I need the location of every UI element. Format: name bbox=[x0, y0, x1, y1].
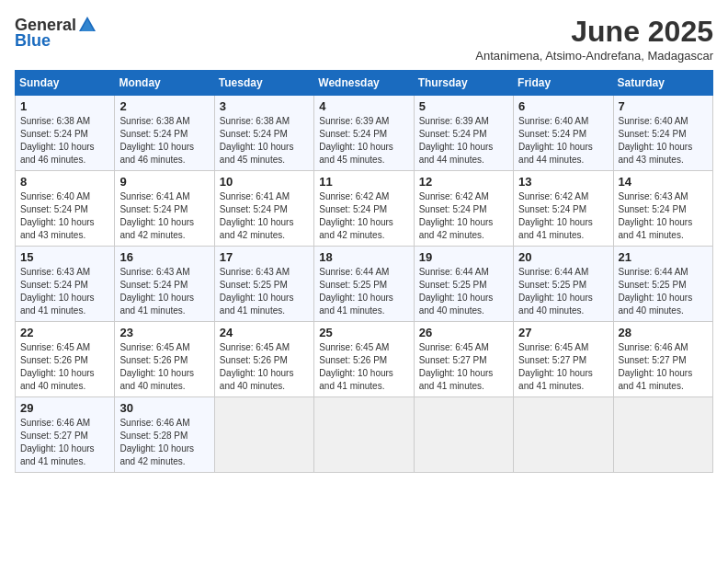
day-info: Sunrise: 6:39 AMSunset: 5:24 PMDaylight:… bbox=[419, 115, 508, 167]
day-info: Sunrise: 6:44 AMSunset: 5:25 PMDaylight:… bbox=[319, 266, 408, 317]
day-number: 3 bbox=[220, 99, 309, 113]
day-number: 28 bbox=[619, 326, 708, 339]
col-friday: Friday bbox=[514, 71, 613, 96]
day-number: 4 bbox=[319, 99, 408, 113]
day-number: 12 bbox=[419, 175, 508, 189]
calendar-cell: 10Sunrise: 6:41 AMSunset: 5:24 PMDayligh… bbox=[214, 171, 313, 247]
day-info: Sunrise: 6:44 AMSunset: 5:25 PMDaylight:… bbox=[619, 266, 708, 317]
day-number: 17 bbox=[220, 250, 309, 264]
logo-icon bbox=[77, 15, 97, 35]
day-info: Sunrise: 6:45 AMSunset: 5:26 PMDaylight:… bbox=[119, 341, 209, 393]
day-info: Sunrise: 6:41 AMSunset: 5:24 PMDaylight:… bbox=[220, 190, 309, 242]
calendar-cell: 2Sunrise: 6:38 AMSunset: 5:24 PMDaylight… bbox=[115, 96, 214, 171]
calendar-cell: 6Sunrise: 6:40 AMSunset: 5:24 PMDaylight… bbox=[514, 96, 613, 171]
calendar-cell: 17Sunrise: 6:43 AMSunset: 5:25 PMDayligh… bbox=[214, 247, 313, 322]
calendar-cell: 16Sunrise: 6:43 AMSunset: 5:24 PMDayligh… bbox=[115, 247, 214, 322]
calendar-cell: 8Sunrise: 6:40 AMSunset: 5:24 PMDaylight… bbox=[16, 171, 115, 247]
calendar-cell bbox=[514, 397, 613, 473]
day-info: Sunrise: 6:43 AMSunset: 5:24 PMDaylight:… bbox=[619, 190, 708, 242]
day-info: Sunrise: 6:43 AMSunset: 5:25 PMDaylight:… bbox=[220, 266, 309, 317]
day-info: Sunrise: 6:40 AMSunset: 5:24 PMDaylight:… bbox=[619, 115, 708, 167]
day-number: 13 bbox=[518, 175, 608, 189]
day-info: Sunrise: 6:41 AMSunset: 5:24 PMDaylight:… bbox=[119, 190, 209, 242]
day-info: Sunrise: 6:38 AMSunset: 5:24 PMDaylight:… bbox=[119, 115, 209, 167]
day-number: 24 bbox=[220, 326, 309, 339]
calendar-table: Sunday Monday Tuesday Wednesday Thursday… bbox=[15, 70, 713, 473]
day-info: Sunrise: 6:45 AMSunset: 5:26 PMDaylight:… bbox=[220, 341, 309, 393]
logo: General Blue bbox=[15, 15, 98, 51]
day-info: Sunrise: 6:45 AMSunset: 5:26 PMDaylight:… bbox=[319, 341, 408, 393]
day-info: Sunrise: 6:42 AMSunset: 5:24 PMDaylight:… bbox=[319, 190, 408, 242]
day-info: Sunrise: 6:46 AMSunset: 5:27 PMDaylight:… bbox=[20, 417, 109, 468]
day-info: Sunrise: 6:40 AMSunset: 5:24 PMDaylight:… bbox=[518, 115, 608, 167]
calendar-cell: 29Sunrise: 6:46 AMSunset: 5:27 PMDayligh… bbox=[16, 397, 115, 473]
calendar-cell: 3Sunrise: 6:38 AMSunset: 5:24 PMDaylight… bbox=[214, 96, 313, 171]
day-info: Sunrise: 6:45 AMSunset: 5:27 PMDaylight:… bbox=[419, 341, 508, 393]
day-number: 18 bbox=[319, 250, 408, 264]
calendar-cell: 24Sunrise: 6:45 AMSunset: 5:26 PMDayligh… bbox=[214, 322, 313, 397]
calendar-cell bbox=[414, 397, 513, 473]
calendar-cell: 23Sunrise: 6:45 AMSunset: 5:26 PMDayligh… bbox=[115, 322, 214, 397]
subtitle: Antanimena, Atsimo-Andrefana, Madagascar bbox=[475, 49, 713, 63]
logo-blue-text: Blue bbox=[15, 31, 51, 51]
col-tuesday: Tuesday bbox=[214, 71, 313, 96]
day-number: 14 bbox=[619, 175, 708, 189]
calendar-cell: 9Sunrise: 6:41 AMSunset: 5:24 PMDaylight… bbox=[115, 171, 214, 247]
col-sunday: Sunday bbox=[16, 71, 115, 96]
day-number: 21 bbox=[619, 250, 708, 264]
day-number: 6 bbox=[518, 99, 608, 113]
day-number: 30 bbox=[119, 401, 209, 415]
calendar-cell bbox=[613, 397, 712, 473]
page-header: General Blue June 2025 Antanimena, Atsim… bbox=[15, 15, 713, 63]
day-info: Sunrise: 6:46 AMSunset: 5:28 PMDaylight:… bbox=[119, 417, 209, 468]
day-info: Sunrise: 6:43 AMSunset: 5:24 PMDaylight:… bbox=[119, 266, 209, 317]
day-info: Sunrise: 6:38 AMSunset: 5:24 PMDaylight:… bbox=[220, 115, 309, 167]
calendar-cell: 20Sunrise: 6:44 AMSunset: 5:25 PMDayligh… bbox=[514, 247, 613, 322]
week-row-3: 15Sunrise: 6:43 AMSunset: 5:24 PMDayligh… bbox=[16, 247, 713, 322]
day-info: Sunrise: 6:45 AMSunset: 5:27 PMDaylight:… bbox=[518, 341, 608, 393]
day-number: 22 bbox=[20, 326, 109, 339]
day-number: 11 bbox=[319, 175, 408, 189]
calendar-cell: 27Sunrise: 6:45 AMSunset: 5:27 PMDayligh… bbox=[514, 322, 613, 397]
week-row-4: 22Sunrise: 6:45 AMSunset: 5:26 PMDayligh… bbox=[16, 322, 713, 397]
day-number: 10 bbox=[220, 175, 309, 189]
col-wednesday: Wednesday bbox=[314, 71, 414, 96]
calendar-cell: 25Sunrise: 6:45 AMSunset: 5:26 PMDayligh… bbox=[314, 322, 414, 397]
calendar-header-row: Sunday Monday Tuesday Wednesday Thursday… bbox=[16, 71, 713, 96]
calendar-cell: 12Sunrise: 6:42 AMSunset: 5:24 PMDayligh… bbox=[414, 171, 513, 247]
day-info: Sunrise: 6:46 AMSunset: 5:27 PMDaylight:… bbox=[619, 341, 708, 393]
calendar-cell: 11Sunrise: 6:42 AMSunset: 5:24 PMDayligh… bbox=[314, 171, 414, 247]
day-number: 19 bbox=[419, 250, 508, 264]
day-info: Sunrise: 6:43 AMSunset: 5:24 PMDaylight:… bbox=[20, 266, 109, 317]
day-info: Sunrise: 6:42 AMSunset: 5:24 PMDaylight:… bbox=[518, 190, 608, 242]
day-info: Sunrise: 6:42 AMSunset: 5:24 PMDaylight:… bbox=[419, 190, 508, 242]
week-row-1: 1Sunrise: 6:38 AMSunset: 5:24 PMDaylight… bbox=[16, 96, 713, 171]
calendar-cell: 5Sunrise: 6:39 AMSunset: 5:24 PMDaylight… bbox=[414, 96, 513, 171]
calendar-cell bbox=[314, 397, 414, 473]
calendar-cell: 15Sunrise: 6:43 AMSunset: 5:24 PMDayligh… bbox=[16, 247, 115, 322]
day-number: 25 bbox=[319, 326, 408, 339]
day-info: Sunrise: 6:44 AMSunset: 5:25 PMDaylight:… bbox=[518, 266, 608, 317]
calendar-cell: 7Sunrise: 6:40 AMSunset: 5:24 PMDaylight… bbox=[613, 96, 712, 171]
day-number: 27 bbox=[518, 326, 608, 339]
day-number: 16 bbox=[119, 250, 209, 264]
calendar-cell: 4Sunrise: 6:39 AMSunset: 5:24 PMDaylight… bbox=[314, 96, 414, 171]
day-info: Sunrise: 6:39 AMSunset: 5:24 PMDaylight:… bbox=[319, 115, 408, 167]
calendar-cell: 30Sunrise: 6:46 AMSunset: 5:28 PMDayligh… bbox=[115, 397, 214, 473]
day-number: 9 bbox=[119, 175, 209, 189]
day-number: 26 bbox=[419, 326, 508, 339]
day-info: Sunrise: 6:45 AMSunset: 5:26 PMDaylight:… bbox=[20, 341, 109, 393]
calendar-cell: 28Sunrise: 6:46 AMSunset: 5:27 PMDayligh… bbox=[613, 322, 712, 397]
calendar-cell: 19Sunrise: 6:44 AMSunset: 5:25 PMDayligh… bbox=[414, 247, 513, 322]
calendar-cell: 22Sunrise: 6:45 AMSunset: 5:26 PMDayligh… bbox=[16, 322, 115, 397]
week-row-5: 29Sunrise: 6:46 AMSunset: 5:27 PMDayligh… bbox=[16, 397, 713, 473]
day-number: 20 bbox=[518, 250, 608, 264]
day-number: 15 bbox=[20, 250, 109, 264]
day-number: 29 bbox=[20, 401, 109, 415]
col-saturday: Saturday bbox=[613, 71, 712, 96]
week-row-2: 8Sunrise: 6:40 AMSunset: 5:24 PMDaylight… bbox=[16, 171, 713, 247]
title-block: June 2025 Antanimena, Atsimo-Andrefana, … bbox=[475, 15, 713, 63]
day-info: Sunrise: 6:38 AMSunset: 5:24 PMDaylight:… bbox=[20, 115, 109, 167]
day-number: 23 bbox=[119, 326, 209, 339]
day-number: 8 bbox=[20, 175, 109, 189]
